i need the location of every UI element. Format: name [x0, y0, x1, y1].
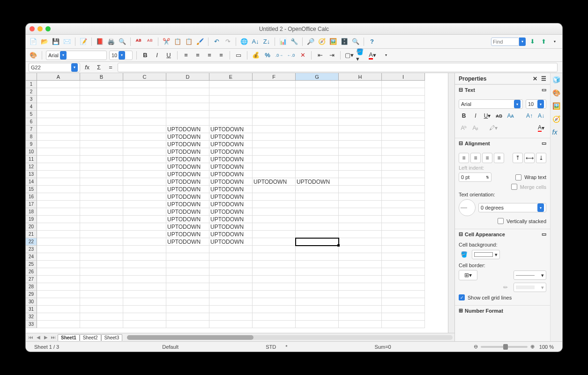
cell-B19[interactable]	[80, 216, 123, 223]
cell-A6[interactable]	[37, 118, 80, 126]
row-header-12[interactable]: 12	[26, 163, 37, 171]
font-size-select[interactable]: 10 ▾	[109, 51, 133, 60]
cell-F9[interactable]	[253, 141, 296, 148]
decrease-indent-icon[interactable]: ⇤	[315, 51, 325, 60]
cell-A26[interactable]	[37, 268, 80, 276]
cut-icon[interactable]: ✂️	[162, 37, 171, 46]
find-next-icon[interactable]: ⬇	[528, 37, 537, 46]
cell-G13[interactable]	[296, 171, 339, 178]
cell-I32[interactable]	[382, 313, 425, 321]
column-header-G[interactable]: G	[296, 73, 339, 81]
print-icon[interactable]: 🖨️	[106, 37, 116, 46]
dropdown-icon[interactable]: ▾	[119, 51, 125, 60]
cell-B25[interactable]	[80, 261, 123, 268]
select-all-corner[interactable]	[26, 73, 37, 81]
row-header-28[interactable]: 28	[26, 283, 37, 291]
cell-A9[interactable]	[37, 141, 80, 148]
merge-cells-checkbox[interactable]	[511, 184, 517, 190]
cell-C25[interactable]	[123, 261, 166, 268]
cell-G15[interactable]	[296, 186, 339, 193]
cell-E7[interactable]: UPTODOWN	[209, 126, 253, 133]
zoom-slider[interactable]	[481, 346, 528, 348]
cell-F11[interactable]	[253, 156, 296, 163]
cell-G24[interactable]	[296, 253, 339, 261]
cell-H10[interactable]	[339, 148, 382, 156]
cell-H17[interactable]	[339, 201, 382, 208]
cell-I24[interactable]	[382, 253, 425, 261]
cell-B31[interactable]	[80, 306, 123, 313]
save-file-icon[interactable]: 💾	[51, 37, 60, 46]
sort-asc-icon[interactable]: A↓	[251, 37, 260, 46]
cell-D18[interactable]: UPTODOWN	[166, 208, 209, 216]
cell-D11[interactable]: UPTODOWN	[166, 156, 209, 163]
cell-B6[interactable]	[80, 118, 123, 126]
cell-I14[interactable]	[382, 178, 425, 186]
row-header-5[interactable]: 5	[26, 111, 37, 118]
cell-E28[interactable]	[209, 283, 253, 291]
cell-C20[interactable]	[123, 223, 166, 231]
cell-A1[interactable]	[37, 81, 80, 88]
remove-decimal-icon[interactable]: ←.0	[286, 51, 296, 60]
cell-G9[interactable]	[296, 141, 339, 148]
cell-C30[interactable]	[123, 298, 166, 306]
cell-B13[interactable]	[80, 171, 123, 178]
cell-reference-box[interactable]: G22 ▾	[29, 63, 80, 72]
cell-F17[interactable]	[253, 201, 296, 208]
horizontal-scrollbar[interactable]	[127, 335, 453, 340]
cell-A4[interactable]	[37, 103, 80, 111]
sheet-tab-sheet3[interactable]: Sheet3	[101, 334, 123, 341]
new-file-icon[interactable]: 📄	[29, 37, 38, 46]
cell-D5[interactable]	[166, 111, 209, 118]
cell-A21[interactable]	[37, 231, 80, 238]
highlight-icon[interactable]: 🖍▾	[488, 123, 499, 133]
zoom-thumb[interactable]	[503, 344, 508, 350]
cell-I2[interactable]	[382, 88, 425, 96]
cell-G31[interactable]	[296, 306, 339, 313]
cell-B16[interactable]	[80, 193, 123, 201]
cell-I25[interactable]	[382, 261, 425, 268]
increase-font-icon[interactable]: A↑	[524, 111, 535, 121]
cell-D31[interactable]	[166, 306, 209, 313]
add-decimal-icon[interactable]: .0→	[275, 51, 284, 60]
column-header-H[interactable]: H	[339, 73, 382, 81]
cell-F23[interactable]	[253, 246, 296, 253]
cells-area[interactable]: UPTODOWNUPTODOWNUPTODOWNUPTODOWNUPTODOWN…	[37, 81, 448, 328]
vert-stacked-checkbox[interactable]	[498, 218, 504, 224]
format-paintbrush-icon[interactable]: 🖌️	[195, 37, 205, 46]
cell-B20[interactable]	[80, 223, 123, 231]
row-header-14[interactable]: 14	[26, 178, 37, 186]
row-header-4[interactable]: 4	[26, 103, 37, 111]
spellcheck-icon[interactable]: ᴬᴮ	[134, 37, 143, 46]
cell-D29[interactable]	[166, 291, 209, 298]
column-header-I[interactable]: I	[382, 73, 425, 81]
cell-F27[interactable]	[253, 276, 296, 283]
cell-H33[interactable]	[339, 321, 382, 328]
cell-A13[interactable]	[37, 171, 80, 178]
align-center-icon[interactable]: ≡	[470, 153, 481, 163]
cell-H32[interactable]	[339, 313, 382, 321]
row-header-1[interactable]: 1	[26, 81, 37, 88]
cell-A12[interactable]	[37, 163, 80, 171]
cell-C26[interactable]	[123, 268, 166, 276]
bg-color-select[interactable]: ▾	[472, 250, 500, 259]
cell-B7[interactable]	[80, 126, 123, 133]
cell-C33[interactable]	[123, 321, 166, 328]
cell-G32[interactable]	[296, 313, 339, 321]
underline-icon[interactable]: U	[164, 51, 173, 60]
cell-A22[interactable]	[37, 238, 80, 246]
zoom-icon[interactable]: 🔍	[351, 37, 360, 46]
cell-E4[interactable]	[209, 103, 253, 111]
toolbar-overflow-icon[interactable]: ▾	[381, 51, 391, 60]
row-header-25[interactable]: 25	[26, 261, 37, 268]
cell-I1[interactable]	[382, 81, 425, 88]
equals-icon[interactable]: =	[106, 63, 115, 72]
cell-C4[interactable]	[123, 103, 166, 111]
cell-A27[interactable]	[37, 276, 80, 283]
row-header-8[interactable]: 8	[26, 133, 37, 141]
cell-G33[interactable]	[296, 321, 339, 328]
cell-A33[interactable]	[37, 321, 80, 328]
cell-E1[interactable]	[209, 81, 253, 88]
cell-F19[interactable]	[253, 216, 296, 223]
cell-C32[interactable]	[123, 313, 166, 321]
cell-H3[interactable]	[339, 96, 382, 103]
